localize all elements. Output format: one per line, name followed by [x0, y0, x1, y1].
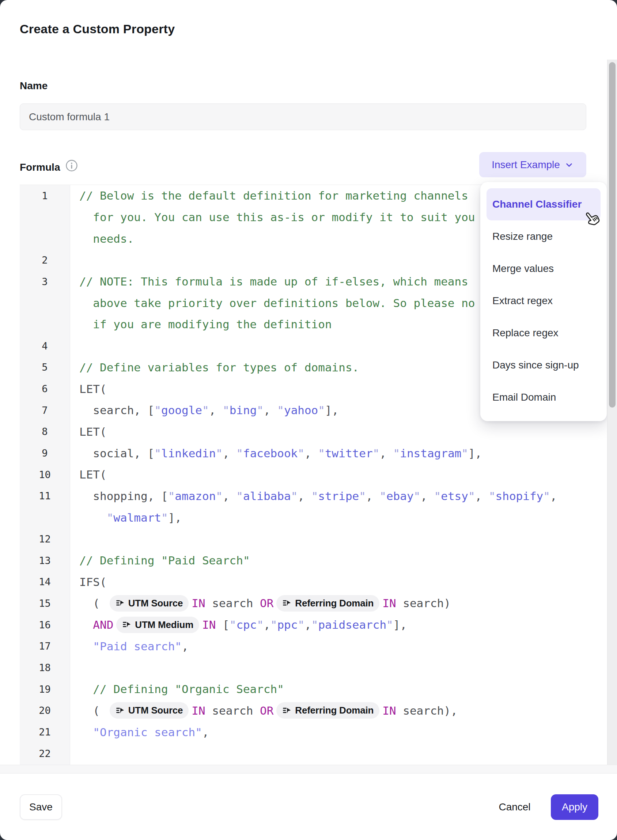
code-segment: , [298, 489, 311, 503]
code-line: 11 shopping, ["amazon", "alibaba", "stri… [20, 486, 586, 507]
code-segment: " [161, 511, 168, 524]
code-segment: " [311, 489, 318, 503]
formula-label-row: Formula [20, 161, 78, 174]
code-segment: " [223, 403, 230, 417]
code-segment: // NOTE: This formula is made up of if-e… [79, 275, 468, 288]
field-token-label: Referring Domain [295, 705, 373, 716]
field-token-icon [282, 598, 292, 608]
line-number: 16 [20, 619, 70, 630]
code-segment: " [236, 447, 243, 460]
line-number: 9 [20, 447, 70, 459]
code-segment: paidsearch [318, 618, 386, 631]
line-number: 11 [20, 490, 70, 502]
insert-example-label: Insert Example [492, 159, 560, 171]
field-token-icon [115, 706, 125, 715]
line-number: 4 [20, 340, 70, 351]
code-line: "walmart"], [20, 506, 586, 528]
code-segment: " [489, 489, 496, 503]
line-number: 10 [20, 469, 70, 480]
chevron-down-icon [564, 160, 574, 170]
field-token[interactable]: UTM Medium [116, 617, 199, 633]
menu-item-days-since-sign-up[interactable]: Days since sign-up [487, 349, 601, 381]
code-segment: " [461, 447, 468, 460]
menu-item-resize-range[interactable]: Resize range [487, 220, 601, 252]
code-line: 22 [20, 743, 586, 764]
code-segment: , [264, 618, 270, 631]
vertical-scrollbar-thumb[interactable] [609, 62, 616, 407]
code-segment: search), [396, 704, 458, 717]
field-token[interactable]: Referring Domain [276, 702, 379, 719]
code-segment: "Paid search" [79, 640, 182, 653]
code-segment: " [230, 618, 236, 631]
line-number: 5 [20, 362, 70, 373]
save-button[interactable]: Save [20, 794, 62, 820]
code-segment: yahoo [284, 403, 318, 417]
code-segment: " [379, 489, 386, 503]
code-line: 21 "Organic search", [20, 721, 586, 743]
code-segment: " [202, 403, 209, 417]
code-segment: , [223, 489, 236, 503]
code-segment: , [304, 447, 318, 460]
line-number: 3 [20, 276, 70, 287]
code-segment: needs. [79, 232, 134, 245]
code-segment: social, [ [79, 447, 154, 460]
menu-item-email-domain[interactable]: Email Domain [487, 381, 601, 413]
line-number: 6 [20, 383, 70, 394]
code-segment: etsy [441, 489, 468, 503]
code-segment: " [257, 618, 264, 631]
code-segment: " [236, 489, 243, 503]
insert-example-button[interactable]: Insert Example [479, 152, 586, 177]
code-segment: LET( [79, 425, 107, 438]
code-segment: shopify [496, 489, 543, 503]
code-segment: " [168, 489, 175, 503]
field-token[interactable]: UTM Source [110, 702, 189, 719]
code-segment: // Defining "Paid Search" [79, 554, 250, 567]
menu-item-replace-regex[interactable]: Replace regex [487, 317, 601, 349]
code-segment: AND [93, 618, 113, 631]
info-icon[interactable] [65, 159, 78, 174]
code-segment: [ [216, 618, 229, 631]
menu-item-extract-regex[interactable]: Extract regex [487, 285, 601, 317]
name-input[interactable] [20, 103, 586, 130]
code-line: 15 ( UTM SourceIN search ORReferring Dom… [20, 592, 586, 614]
cancel-button[interactable]: Cancel [489, 794, 540, 820]
line-number: 18 [20, 662, 70, 673]
code-line: 19 // Defining "Organic Search" [20, 678, 586, 700]
menu-item-channel-classifier[interactable]: Channel Classifier [487, 188, 601, 220]
menu-item-merge-values[interactable]: Merge values [487, 252, 601, 285]
code-segment: search [205, 704, 260, 717]
code-segment: , [202, 726, 209, 739]
code-line: 10LET( [20, 464, 586, 486]
line-number: 7 [20, 404, 70, 416]
vertical-scrollbar[interactable] [607, 60, 617, 765]
code-segment: " [154, 447, 161, 460]
code-segment: , [223, 447, 236, 460]
code-segment: " [277, 403, 284, 417]
code-segment: above take priority over definitions bel… [79, 297, 475, 310]
field-token-label: Referring Domain [295, 598, 373, 609]
code-segment: ], [168, 511, 182, 524]
code-segment: // Defining "Organic Search" [79, 682, 284, 695]
code-segment: LET( [79, 382, 107, 396]
code-segment: stripe [318, 489, 359, 503]
code-segment: IN [382, 704, 396, 717]
code-segment: search [205, 596, 260, 610]
code-segment: // Define variables for types of domains… [79, 361, 359, 374]
field-token-icon [282, 706, 292, 715]
code-segment: twitter [325, 447, 373, 460]
code-segment: " [318, 403, 325, 417]
code-segment: search) [396, 596, 451, 610]
code-segment: bing [230, 403, 257, 417]
apply-button[interactable]: Apply [551, 794, 598, 820]
code-segment: for you. You can use this as-is or modif… [79, 211, 475, 224]
code-segment: IN [192, 596, 205, 610]
code-segment: alibaba [243, 489, 291, 503]
page-title: Create a Custom Property [20, 22, 175, 36]
line-number: 17 [20, 641, 70, 652]
field-token[interactable]: Referring Domain [276, 595, 379, 611]
code-segment: " [543, 489, 550, 503]
code-segment: shopping, [ [79, 489, 168, 503]
code-segment: // Below is the default definition for m… [79, 189, 468, 202]
field-token[interactable]: UTM Source [110, 595, 189, 611]
code-segment: " [216, 447, 223, 460]
